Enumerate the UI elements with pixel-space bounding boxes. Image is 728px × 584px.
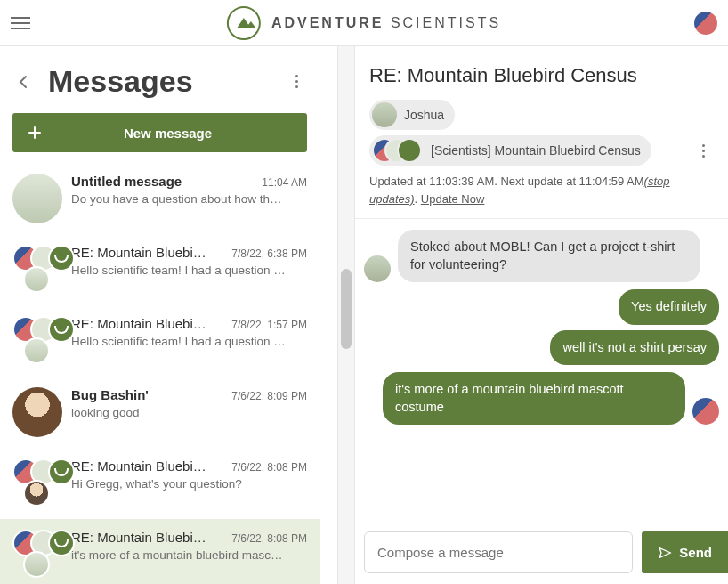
mountain-logo-icon	[227, 6, 261, 40]
scrollbar-thumb[interactable]	[341, 269, 352, 349]
avatar	[364, 256, 391, 282]
message-bubble: it's more of a mountain bluebird mascott…	[383, 372, 685, 425]
list-item[interactable]: Bug Bashin' 7/6/22, 8:09 PM looking good	[0, 377, 320, 448]
back-icon[interactable]	[12, 71, 34, 93]
list-item[interactable]: RE: Mountain Bluebi… 7/6/22, 8:08 PM Hi …	[0, 448, 320, 519]
list-item[interactable]: Untitled message 11:04 AM Do you have a …	[0, 163, 320, 234]
group-avatar-stack	[372, 138, 424, 163]
send-icon	[658, 546, 672, 560]
message-row: it's more of a mountain bluebird mascott…	[364, 372, 719, 425]
sidebar-header: Messages	[0, 46, 320, 113]
compose-input[interactable]	[364, 531, 633, 573]
send-label: Send	[679, 545, 712, 560]
update-now-link[interactable]: Update Now	[421, 192, 485, 206]
conversation-title: RE: Mountain Bluebi…	[71, 458, 206, 474]
group-icon	[48, 316, 75, 343]
conversation-preview: looking good	[71, 406, 307, 419]
participant-name: Joshua	[404, 108, 444, 122]
group-icon	[48, 245, 75, 272]
conversation-time: 7/6/22, 8:08 PM	[231, 461, 307, 474]
group-icon	[48, 530, 75, 556]
group-name: [Scientists] Mountain Bluebird Census	[431, 143, 641, 158]
message-bubble: well it's not a shirt persay	[550, 330, 719, 366]
avatar	[23, 480, 50, 507]
sidebar: Messages New message Untitled message	[0, 46, 337, 584]
message-list[interactable]: Stoked about MOBL! Can I get a project t…	[355, 219, 728, 521]
sidebar-more-icon[interactable]	[286, 71, 307, 93]
avatar	[12, 174, 62, 223]
group-icon	[48, 458, 75, 485]
current-user-avatar[interactable]	[694, 12, 717, 35]
conversation-pane: RE: Mountain Bluebird Census Joshua [Sci…	[355, 46, 728, 584]
avatar	[23, 337, 50, 364]
brand-logo[interactable]: ADVENTURE SCIENTISTS	[227, 6, 501, 40]
new-message-button[interactable]: New message	[12, 113, 307, 152]
update-status: Updated at 11:03:39 AM. Next update at 1…	[369, 173, 714, 207]
message-bubble: Yes definitely	[619, 289, 719, 325]
list-item[interactable]: RE: Mountain Bluebi… 7/6/22, 8:08 PM it'…	[0, 519, 320, 584]
avatar	[23, 551, 50, 578]
conversation-list[interactable]: Untitled message 11:04 AM Do you have a …	[0, 163, 320, 584]
participant-chip[interactable]: Joshua	[369, 100, 455, 130]
page-title: Messages	[48, 64, 286, 99]
avatar	[692, 398, 719, 425]
conversation-title: RE: Mountain Bluebi…	[71, 530, 206, 545]
conversation-title: RE: Mountain Bluebird Census	[369, 64, 714, 87]
conversation-time: 7/8/22, 1:57 PM	[231, 319, 307, 331]
conversation-preview: it's more of a mountain bluebird masc…	[71, 548, 307, 562]
group-chip[interactable]: [Scientists] Mountain Bluebird Census	[369, 135, 651, 166]
conversation-preview: Hello scientific team! I had a question …	[71, 264, 307, 277]
conversation-time: 11:04 AM	[262, 176, 307, 189]
compose-bar: Send	[355, 521, 728, 584]
conversation-title: Bug Bashin'	[71, 387, 149, 402]
avatar	[372, 102, 397, 127]
conversation-more-icon[interactable]	[692, 140, 714, 161]
new-message-label: New message	[43, 126, 293, 141]
conversation-preview: Hello scientific team! I had a question …	[71, 335, 307, 348]
send-button[interactable]: Send	[642, 531, 728, 573]
conversation-title: Untitled message	[71, 174, 182, 189]
conversation-time: 7/6/22, 8:09 PM	[231, 390, 307, 402]
brand-name: ADVENTURE SCIENTISTS	[271, 15, 501, 31]
hamburger-menu-icon[interactable]	[11, 11, 36, 36]
message-bubble: Stoked about MOBL! Can I get a project t…	[398, 230, 700, 282]
scrollbar[interactable]	[337, 46, 355, 584]
conversation-preview: Hi Gregg, what's your question?	[71, 477, 307, 491]
list-item[interactable]: RE: Mountain Bluebi… 7/8/22, 6:38 PM Hel…	[0, 234, 320, 305]
message-row: Yes definitely well it's not a shirt per…	[364, 289, 719, 365]
avatar	[23, 266, 50, 293]
conversation-title: RE: Mountain Bluebi…	[71, 316, 206, 331]
conversation-time: 7/8/22, 6:38 PM	[231, 247, 307, 260]
conversation-header: RE: Mountain Bluebird Census Joshua [Sci…	[355, 46, 728, 219]
plus-icon	[27, 125, 43, 141]
list-item[interactable]: RE: Mountain Bluebi… 7/8/22, 1:57 PM Hel…	[0, 305, 320, 377]
conversation-title: RE: Mountain Bluebi…	[71, 245, 206, 260]
conversation-time: 7/6/22, 8:08 PM	[231, 532, 307, 545]
top-header: ADVENTURE SCIENTISTS	[0, 0, 728, 46]
message-row: Stoked about MOBL! Can I get a project t…	[364, 230, 719, 282]
avatar	[12, 387, 62, 437]
conversation-preview: Do you have a question about how th…	[71, 192, 307, 206]
